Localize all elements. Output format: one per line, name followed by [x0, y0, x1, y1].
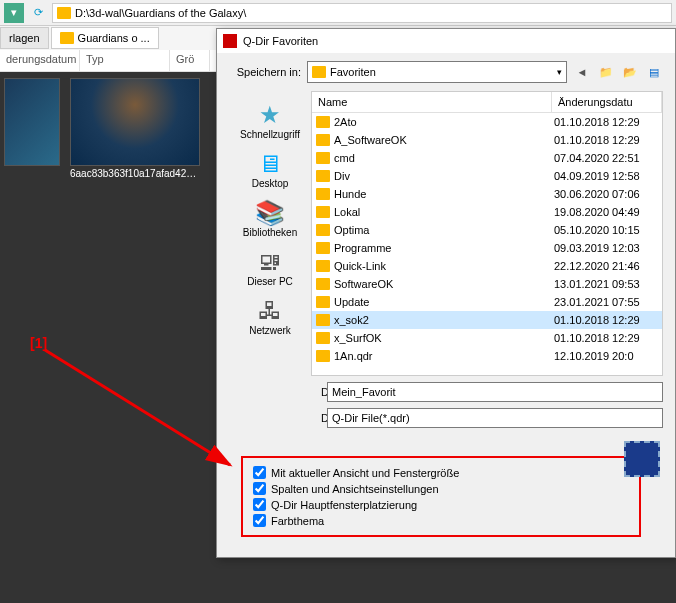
annotation-marker: [1] — [30, 335, 47, 351]
list-item[interactable]: Optima05.10.2020 10:15 — [312, 221, 662, 239]
file-date: 30.06.2020 07:06 — [554, 188, 660, 200]
up-icon[interactable]: 📁 — [597, 63, 615, 81]
file-name: Div — [334, 170, 350, 182]
list-item[interactable]: A_SoftwareOK01.10.2018 12:29 — [312, 131, 662, 149]
list-item[interactable]: SoftwareOK13.01.2021 09:53 — [312, 275, 662, 293]
file-name: Update — [334, 296, 369, 308]
places-sidebar: ★ Schnellzugriff 🖥 Desktop 📚 Bibliotheke… — [229, 91, 311, 376]
folder-icon — [316, 134, 330, 146]
file-date: 19.08.2020 04:49 — [554, 206, 660, 218]
file-date: 23.01.2021 07:55 — [554, 296, 660, 308]
checkbox[interactable] — [253, 482, 266, 495]
folder-icon — [312, 66, 326, 78]
chevron-down-icon: ▾ — [557, 67, 562, 77]
folder-icon — [316, 206, 330, 218]
thumbnail[interactable]: 6aac83b363f10a17afad4298. — [70, 78, 200, 179]
folder-icon — [316, 170, 330, 182]
tab-rlagen[interactable]: rlagen — [0, 27, 49, 49]
col-type[interactable]: Typ — [80, 50, 170, 71]
file-name: 2Ato — [334, 116, 357, 128]
list-item[interactable]: Hunde30.06.2020 07:06 — [312, 185, 662, 203]
file-date: 07.04.2020 22:51 — [554, 152, 660, 164]
filetype-combo[interactable]: Q-Dir File(*.qdr) — [327, 408, 663, 428]
refresh-button[interactable]: ⟳ — [28, 3, 48, 23]
list-item[interactable]: Lokal19.08.2020 04:49 — [312, 203, 662, 221]
opt-view-size[interactable]: Mit aktueller Ansicht und Fenstergröße — [253, 466, 629, 479]
sidebar-network[interactable]: 🖧 Netzwerk — [232, 293, 308, 340]
checkbox[interactable] — [253, 514, 266, 527]
star-icon: ★ — [254, 101, 286, 129]
opt-columns[interactable]: Spalten und Ansichtseinstellungen — [253, 482, 629, 495]
address-bar[interactable]: D:\3d-wal\Guardians of the Galaxy\ — [52, 3, 672, 23]
file-date: 01.10.2018 12:29 — [554, 134, 660, 146]
dialog-main: ★ Schnellzugriff 🖥 Desktop 📚 Bibliotheke… — [229, 91, 663, 376]
opt-window-placement[interactable]: Q-Dir Hauptfensterplatzierung — [253, 498, 629, 511]
folder-icon — [316, 350, 330, 362]
folder-icon — [316, 152, 330, 164]
thumbnail[interactable] — [4, 78, 60, 166]
file-date: 01.10.2018 12:29 — [554, 332, 660, 344]
checkbox[interactable] — [253, 466, 266, 479]
filetype-row: Dateityp: Q-Dir File(*.qdr) — [229, 408, 663, 428]
list-item[interactable]: x_sok201.10.2018 12:29 — [312, 311, 662, 329]
new-folder-icon[interactable]: 📂 — [621, 63, 639, 81]
save-in-row: Speichern in: Favoriten ▾ ◄ 📁 📂 ▤ — [229, 61, 663, 83]
list-item[interactable]: cmd07.04.2020 22:51 — [312, 149, 662, 167]
file-name: Optima — [334, 224, 369, 236]
folder-icon — [316, 116, 330, 128]
path-text: D:\3d-wal\Guardians of the Galaxy\ — [75, 7, 246, 19]
file-name: SoftwareOK — [334, 278, 393, 290]
folder-icon — [316, 278, 330, 290]
list-item[interactable]: 1An.qdr12.10.2019 20:0 — [312, 347, 662, 365]
toolbar: ▾ ⟳ D:\3d-wal\Guardians of the Galaxy\ — [0, 0, 676, 26]
file-name: Lokal — [334, 206, 360, 218]
checkbox[interactable] — [253, 498, 266, 511]
col-date[interactable]: Änderungsdatu — [552, 92, 662, 112]
folder-icon — [60, 32, 74, 44]
folder-icon — [57, 7, 71, 19]
save-in-label: Speichern in: — [229, 66, 301, 78]
file-date: 09.03.2019 12:03 — [554, 242, 660, 254]
file-name: Quick-Link — [334, 260, 386, 272]
back-icon[interactable]: ◄ — [573, 63, 591, 81]
file-date: 01.10.2018 12:29 — [554, 314, 660, 326]
options-box: Mit aktueller Ansicht und Fenstergröße S… — [241, 456, 641, 537]
tab-guardians[interactable]: Guardians o ... — [51, 27, 159, 49]
list-item[interactable]: Quick-Link22.12.2020 21:46 — [312, 257, 662, 275]
file-name: x_SurfOK — [334, 332, 382, 344]
sidebar-this-pc[interactable]: 🖳 Dieser PC — [232, 244, 308, 291]
sidebar-quick-access[interactable]: ★ Schnellzugriff — [232, 97, 308, 144]
sidebar-desktop[interactable]: 🖥 Desktop — [232, 146, 308, 193]
file-list[interactable]: Name Änderungsdatu 2Ato01.10.2018 12:29A… — [311, 91, 663, 376]
save-in-combo[interactable]: Favoriten ▾ — [307, 61, 567, 83]
file-date: 01.10.2018 12:29 — [554, 116, 660, 128]
folder-icon — [316, 314, 330, 326]
dialog-titlebar[interactable]: Q-Dir Favoriten — [217, 29, 675, 53]
file-name: x_sok2 — [334, 314, 369, 326]
thumb-label: 6aac83b363f10a17afad4298. — [70, 168, 200, 179]
list-item[interactable]: x_SurfOK01.10.2018 12:29 — [312, 329, 662, 347]
filename-input[interactable]: Mein_Favorit — [327, 382, 663, 402]
list-item[interactable]: Div04.09.2019 12:58 — [312, 167, 662, 185]
folder-icon — [316, 260, 330, 272]
view-icon[interactable]: ▤ — [645, 63, 663, 81]
file-date: 05.10.2020 10:15 — [554, 224, 660, 236]
sidebar-libraries[interactable]: 📚 Bibliotheken — [232, 195, 308, 242]
file-date: 04.09.2019 12:58 — [554, 170, 660, 182]
dropdown-button[interactable]: ▾ — [4, 3, 24, 23]
save-dialog: Q-Dir Favoriten Speichern in: Favoriten … — [216, 28, 676, 558]
list-item[interactable]: Update23.01.2021 07:55 — [312, 293, 662, 311]
col-name[interactable]: Name — [312, 92, 552, 112]
col-size[interactable]: Grö — [170, 50, 210, 71]
filetype-label: Dateityp: — [229, 412, 321, 424]
folder-icon — [316, 242, 330, 254]
list-item[interactable]: Programme09.03.2019 12:03 — [312, 239, 662, 257]
file-date: 12.10.2019 20:0 — [554, 350, 660, 362]
opt-color-theme[interactable]: Farbthema — [253, 514, 629, 527]
desktop-icon: 🖥 — [254, 150, 286, 178]
list-header: Name Änderungsdatu — [312, 92, 662, 113]
file-date: 22.12.2020 21:46 — [554, 260, 660, 272]
file-name: Hunde — [334, 188, 366, 200]
col-date[interactable]: derungsdatum — [0, 50, 80, 71]
list-item[interactable]: 2Ato01.10.2018 12:29 — [312, 113, 662, 131]
